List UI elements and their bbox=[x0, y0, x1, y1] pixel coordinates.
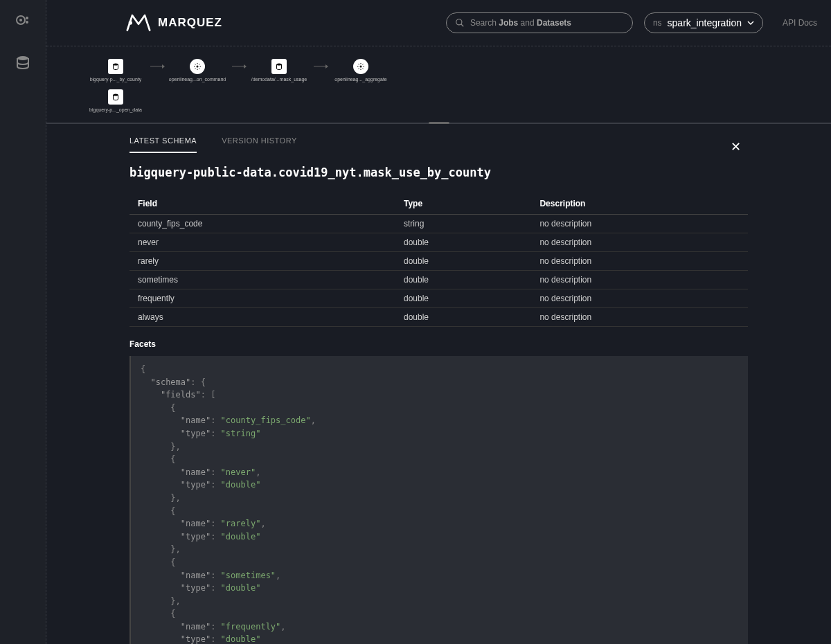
dataset-title: bigquery-public-data.covid19_nyt.mask_us… bbox=[129, 166, 748, 179]
svg-point-11 bbox=[360, 66, 362, 68]
svg-point-10 bbox=[277, 64, 282, 66]
brand-text: MARQUEZ bbox=[158, 16, 222, 30]
cell-field: county_fips_code bbox=[129, 215, 395, 233]
namespace-prefix: ns bbox=[653, 18, 662, 28]
col-header-field: Field bbox=[129, 193, 395, 215]
lineage-row-1: bigquery-p..._by_countyopenlineag...on_c… bbox=[88, 59, 831, 82]
cell-type: double bbox=[395, 308, 531, 327]
detail-panel: ✕ LATEST SCHEMA VERSION HISTORY bigquery… bbox=[46, 124, 831, 644]
svg-point-1 bbox=[19, 19, 22, 21]
marquez-logo-icon bbox=[126, 10, 151, 35]
cell-type: string bbox=[395, 215, 531, 233]
table-row: sometimesdoubleno description bbox=[129, 271, 748, 289]
lineage-node-label: openlineag...on_command bbox=[169, 77, 226, 82]
namespace-value: spark_integration bbox=[668, 17, 742, 28]
lineage-edge bbox=[232, 66, 244, 66]
cell-description: no description bbox=[531, 308, 748, 327]
cell-type: double bbox=[395, 271, 531, 289]
sidebar bbox=[0, 0, 46, 644]
chevron-down-icon bbox=[747, 19, 754, 26]
cell-type: double bbox=[395, 233, 531, 252]
jobs-icon[interactable] bbox=[15, 14, 31, 30]
table-row: rarelydoubleno description bbox=[129, 252, 748, 271]
search-box[interactable]: Search Jobs and Datasets bbox=[446, 12, 633, 33]
job-icon bbox=[190, 59, 205, 74]
cell-field: always bbox=[129, 308, 395, 327]
namespace-selector[interactable]: ns spark_integration bbox=[644, 12, 763, 33]
col-header-description: Description bbox=[531, 193, 748, 215]
svg-line-7 bbox=[461, 24, 464, 27]
cell-description: no description bbox=[531, 233, 748, 252]
lineage-node[interactable]: bigquery-p..._by_county bbox=[88, 59, 143, 82]
lineage-node[interactable]: openlineag..._aggregate bbox=[333, 59, 388, 82]
svg-point-9 bbox=[197, 66, 199, 68]
svg-point-8 bbox=[114, 64, 118, 66]
api-docs-link[interactable]: API Docs bbox=[783, 18, 817, 28]
cell-field: rarely bbox=[129, 252, 395, 271]
lineage-node-label: bigquery-p..._by_county bbox=[90, 77, 142, 82]
facets-label: Facets bbox=[129, 339, 748, 349]
facets-json-viewer[interactable]: { "schema": { "fields": [ { "name": "cou… bbox=[129, 356, 748, 644]
lineage-node[interactable]: openlineag...on_command bbox=[170, 59, 225, 82]
table-row: alwaysdoubleno description bbox=[129, 308, 748, 327]
svg-point-6 bbox=[456, 19, 462, 25]
search-icon bbox=[455, 18, 465, 28]
close-icon[interactable]: ✕ bbox=[731, 139, 741, 154]
tab-latest-schema[interactable]: LATEST SCHEMA bbox=[129, 136, 197, 153]
svg-point-5 bbox=[129, 21, 132, 24]
lineage-graph[interactable]: bigquery-p..._by_countyopenlineag...on_c… bbox=[46, 46, 831, 124]
svg-point-3 bbox=[26, 21, 28, 24]
brand: MARQUEZ bbox=[126, 10, 435, 35]
svg-point-4 bbox=[17, 56, 28, 60]
cell-description: no description bbox=[531, 252, 748, 271]
table-row: frequentlydoubleno description bbox=[129, 289, 748, 308]
tabs: LATEST SCHEMA VERSION HISTORY bbox=[129, 136, 748, 153]
col-header-type: Type bbox=[395, 193, 531, 215]
job-icon bbox=[353, 59, 368, 74]
lineage-node[interactable]: bigquery-p..._open_data bbox=[88, 89, 143, 112]
cell-description: no description bbox=[531, 271, 748, 289]
cell-field: frequently bbox=[129, 289, 395, 308]
dataset-icon bbox=[108, 59, 123, 74]
cell-type: double bbox=[395, 289, 531, 308]
lineage-edge bbox=[314, 66, 326, 66]
dataset-icon bbox=[108, 89, 123, 105]
lineage-row-2: bigquery-p..._open_data bbox=[88, 89, 143, 112]
cell-field: sometimes bbox=[129, 271, 395, 289]
cell-type: double bbox=[395, 252, 531, 271]
main-area: MARQUEZ Search Jobs and Datasets ns spar… bbox=[46, 0, 831, 644]
table-row: county_fips_codestringno description bbox=[129, 215, 748, 233]
cell-field: never bbox=[129, 233, 395, 252]
topbar: MARQUEZ Search Jobs and Datasets ns spar… bbox=[46, 0, 831, 46]
svg-point-12 bbox=[114, 94, 118, 96]
cell-description: no description bbox=[531, 215, 748, 233]
search-placeholder: Search Jobs and Datasets bbox=[470, 18, 571, 28]
schema-table: Field Type Description county_fips_codes… bbox=[129, 193, 748, 327]
tab-version-history[interactable]: VERSION HISTORY bbox=[222, 136, 297, 153]
cell-description: no description bbox=[531, 289, 748, 308]
datasets-icon[interactable] bbox=[15, 55, 31, 71]
lineage-node-label: /demodata/...mask_usage bbox=[251, 77, 307, 82]
lineage-edge bbox=[150, 66, 163, 66]
dataset-icon bbox=[271, 59, 287, 74]
lineage-node[interactable]: /demodata/...mask_usage bbox=[251, 59, 307, 82]
table-row: neverdoubleno description bbox=[129, 233, 748, 252]
svg-point-2 bbox=[26, 17, 28, 19]
lineage-node-label: openlineag..._aggregate bbox=[334, 77, 387, 82]
